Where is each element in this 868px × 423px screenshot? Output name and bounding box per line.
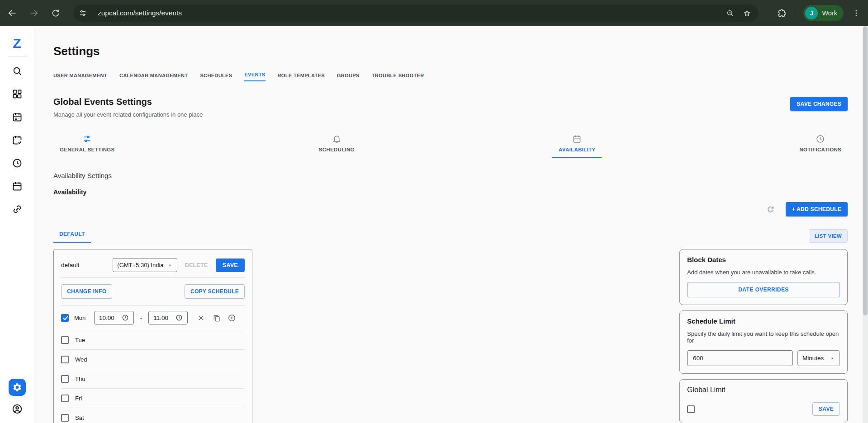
day-checkbox-wed[interactable]: [61, 356, 69, 363]
day-row-wed: Wed: [61, 349, 245, 369]
day-label: Sat: [75, 414, 90, 421]
day-row-fri: Fri: [61, 388, 245, 408]
change-info-button[interactable]: CHANGE INFO: [61, 284, 112, 299]
tab-role-templates[interactable]: ROLE TEMPLATES: [278, 73, 325, 81]
list-view-button[interactable]: LIST VIEW: [809, 229, 848, 243]
caret-down-icon: [830, 356, 835, 361]
site-settings-icon[interactable]: [76, 6, 90, 20]
tab-calendar-management[interactable]: CALENDAR MANAGEMENT: [119, 73, 188, 81]
end-time-field[interactable]: 11:00: [148, 311, 188, 324]
schedule-limit-title: Schedule Limit: [687, 317, 840, 325]
tab-scheduling[interactable]: SCHEDULING: [313, 134, 361, 158]
global-limit-checkbox[interactable]: [687, 405, 695, 413]
tab-availability[interactable]: AVAILABILITY: [552, 134, 602, 158]
calendar-icon[interactable]: [12, 181, 23, 192]
scrollbar-thumb[interactable]: [863, 26, 868, 315]
sidebar-divider: [8, 56, 27, 56]
caret-down-icon: [167, 263, 173, 268]
tab-label: NOTIFICATIONS: [799, 147, 841, 152]
page-scrollbar[interactable]: [863, 26, 868, 423]
page-title: Settings: [53, 44, 848, 58]
date-overrides-button[interactable]: DATE OVERRIDES: [687, 282, 840, 297]
sliders-icon: [82, 134, 92, 144]
bell-icon: [332, 134, 342, 144]
tab-user-management[interactable]: USER MANAGEMENT: [53, 73, 107, 81]
tab-general-settings[interactable]: GENERAL SETTINGS: [53, 134, 121, 158]
section-subtitle: Manage all your event-related configurat…: [53, 111, 203, 118]
day-label: Thu: [75, 376, 90, 382]
calendar-check-icon[interactable]: [12, 135, 23, 146]
global-limit-title: Global Limit: [687, 386, 840, 394]
timezone-select[interactable]: (GMT+5:30) India: [113, 258, 177, 272]
search-icon[interactable]: [12, 66, 23, 76]
global-limit-save-button[interactable]: SAVE: [812, 402, 840, 416]
day-label: Mon: [74, 315, 89, 321]
url-text[interactable]: zupcal.com/settings/events: [98, 9, 718, 17]
block-dates-card: Block Dates Add dates when you are unava…: [679, 249, 848, 305]
address-bar[interactable]: zupcal.com/settings/events: [73, 5, 759, 22]
forward-icon[interactable]: [29, 8, 39, 18]
chrome-actions: J Work: [777, 5, 861, 21]
tab-events[interactable]: EVENTS: [244, 72, 265, 81]
add-schedule-button[interactable]: + ADD SCHEDULE: [786, 202, 848, 216]
limit-value-input[interactable]: [687, 350, 793, 366]
tab-groups[interactable]: GROUPS: [337, 73, 360, 81]
refresh-icon[interactable]: [766, 205, 775, 214]
tab-label: SCHEDULING: [319, 147, 355, 152]
add-slot-icon[interactable]: [228, 314, 236, 322]
schedule-name[interactable]: default: [61, 262, 107, 268]
time-range-separator: -: [140, 315, 142, 321]
timezone-value: (GMT+5:30) India: [117, 262, 163, 268]
app-logo[interactable]: Z: [13, 36, 21, 51]
dashboard-icon[interactable]: [12, 89, 23, 99]
zoom-out-icon[interactable]: [726, 9, 735, 18]
category-tabs: GENERAL SETTINGS SCHEDULING AVAILABILITY…: [53, 134, 848, 158]
tab-trouble-shooter[interactable]: TROUBLE SHOOTER: [372, 73, 424, 81]
link-icon[interactable]: [12, 204, 23, 215]
save-schedule-button[interactable]: SAVE: [216, 258, 245, 272]
gear-icon: [12, 382, 22, 392]
main-content: Settings USER MANAGEMENT CALENDAR MANAGE…: [34, 26, 868, 423]
day-row-sat: Sat: [61, 408, 245, 423]
reload-icon[interactable]: [51, 8, 61, 18]
delete-button[interactable]: DELETE: [183, 259, 210, 271]
settings-button[interactable]: [9, 379, 26, 396]
copy-schedule-button[interactable]: COPY SCHEDULE: [185, 284, 245, 299]
start-time-field[interactable]: 10:00: [94, 311, 134, 324]
global-limit-card: Global Limit SAVE: [679, 379, 848, 423]
tab-default-schedule[interactable]: DEFAULT: [53, 231, 91, 243]
day-checkbox-tue[interactable]: [61, 336, 69, 344]
availability-actions: + ADD SCHEDULE: [53, 202, 848, 216]
day-checkbox-mon[interactable]: [61, 314, 69, 322]
section-title: Global Events Settings: [53, 97, 203, 107]
clock-icon: [175, 314, 183, 321]
schedule-limit-card: Schedule Limit Specify the daily limit y…: [679, 310, 848, 374]
schedule-card: default (GMT+5:30) India DELETE SAVE CHA…: [53, 249, 252, 423]
clock-icon[interactable]: [12, 158, 23, 169]
calendar-icon: [572, 134, 582, 144]
day-label: Tue: [75, 337, 90, 343]
section-header: Global Events Settings Manage all your e…: [53, 97, 848, 118]
bookmark-star-icon[interactable]: [743, 9, 751, 18]
day-label: Fri: [75, 395, 90, 402]
calendar-dots-icon[interactable]: [12, 112, 23, 122]
account-icon[interactable]: [11, 403, 23, 415]
block-dates-title: Block Dates: [687, 256, 840, 263]
day-checkbox-fri[interactable]: [61, 395, 69, 402]
day-checkbox-sat[interactable]: [61, 414, 69, 422]
profile-chip[interactable]: J Work: [803, 5, 844, 21]
save-changes-button[interactable]: SAVE CHANGES: [790, 97, 848, 111]
menu-dots-icon[interactable]: [852, 9, 861, 18]
clock-icon: [816, 134, 825, 144]
back-icon[interactable]: [7, 8, 17, 18]
tab-schedules[interactable]: SCHEDULES: [200, 73, 232, 81]
day-checkbox-thu[interactable]: [61, 375, 69, 383]
block-dates-description: Add dates when you are unavailable to ta…: [687, 269, 840, 276]
availability-title: Availability: [53, 188, 848, 196]
extensions-icon[interactable]: [777, 8, 787, 18]
profile-name: Work: [822, 9, 837, 17]
remove-slot-icon[interactable]: [197, 314, 205, 322]
copy-slot-icon[interactable]: [212, 314, 221, 322]
limit-unit-select[interactable]: Minutes: [797, 350, 840, 366]
tab-notifications[interactable]: NOTIFICATIONS: [793, 134, 848, 158]
